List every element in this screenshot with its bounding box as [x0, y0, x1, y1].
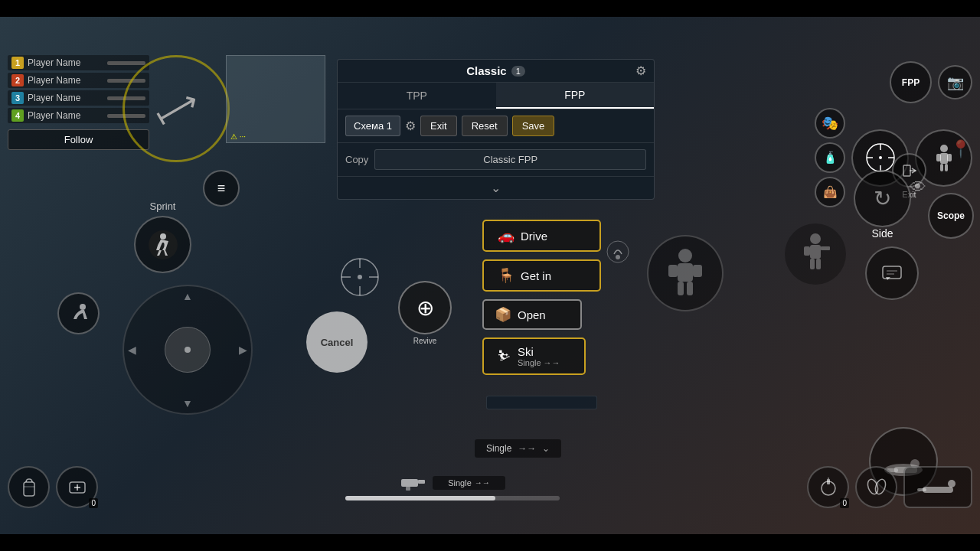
svg-point-5 [879, 156, 882, 159]
svg-point-37 [616, 255, 620, 259]
revive-icon: ⊕ [416, 295, 434, 321]
joystick-inner[interactable] [165, 327, 211, 373]
settings-gear-icon[interactable]: ⚙ [405, 119, 416, 133]
exit-button[interactable]: Exit [420, 116, 457, 136]
copy-row: Copy Classic FPP [338, 143, 654, 177]
svg-point-57 [948, 480, 956, 487]
hand-svg [605, 239, 632, 266]
copy-label: Copy [345, 154, 368, 165]
bottom-weapon-area: Single →→ [104, 473, 801, 500]
svg-rect-20 [821, 246, 830, 250]
fire-mode-display[interactable]: Single →→ [433, 476, 505, 490]
backpack-icon [18, 476, 40, 497]
panel-gear-icon[interactable]: ⚙ [635, 64, 646, 78]
side-label-area: ↻ Side [854, 170, 911, 240]
arrow-right-icon: ▶ [239, 344, 247, 356]
chat-area [865, 246, 919, 300]
ski-sub-label: Single →→ [518, 358, 560, 367]
fpp-button[interactable]: FPP [890, 61, 932, 103]
svg-rect-59 [917, 488, 926, 491]
minimap-warning: ⚠ ··· [230, 132, 246, 141]
game-area: 1 Player Name 2 Player Name 3 Player Nam… [0, 17, 980, 534]
menu-list-button[interactable]: ≡ [203, 170, 240, 207]
save-button[interactable]: Save [512, 116, 555, 136]
svg-rect-43 [687, 282, 693, 295]
svg-point-35 [358, 275, 362, 279]
grenade-count: 0 [840, 498, 849, 508]
open-label: Open [518, 308, 546, 321]
backpack-button[interactable] [8, 466, 50, 508]
black-bar-top [0, 0, 980, 17]
weapon-row: Single →→ [400, 473, 505, 492]
spray-icon-button[interactable]: 🧴 [815, 142, 845, 173]
single-mode-chevron[interactable]: ⌄ [542, 443, 550, 454]
panel-actions: Схема 1 ⚙ Exit Reset Save [338, 109, 654, 143]
scope-button[interactable]: Scope [928, 193, 974, 239]
open-icon: 📦 [495, 306, 511, 323]
svg-rect-58 [923, 487, 953, 493]
ski-label: Ski [518, 345, 534, 358]
svg-point-6 [940, 145, 948, 152]
drive-icon: 🚗 [498, 227, 514, 244]
side-rotate-button[interactable]: ↻ [854, 170, 911, 227]
copy-value[interactable]: Classic FPP [374, 149, 646, 170]
svg-rect-18 [810, 245, 821, 259]
revive-button[interactable]: ⊕ [398, 281, 452, 334]
medkit-button[interactable]: 0 [56, 466, 98, 508]
prone-button[interactable] [903, 466, 972, 508]
eye-icon: 👁 [910, 178, 926, 197]
cancel-button-area: Cancel [306, 311, 368, 373]
cancel-label: Cancel [321, 337, 354, 348]
chat-button[interactable] [865, 246, 919, 300]
grenade-button[interactable]: 0 [807, 466, 849, 508]
player-name-4: Player Name [28, 110, 107, 121]
joystick-dot [185, 347, 191, 353]
bag-icon-button[interactable]: 👜 [815, 177, 845, 207]
cancel-button[interactable]: Cancel [306, 311, 368, 373]
chevron-down-icon[interactable]: ⌄ [338, 177, 654, 199]
grenade-icon [818, 476, 839, 497]
get-in-icon: 🪑 [498, 267, 514, 284]
svg-rect-39 [678, 263, 693, 282]
player-center-svg [662, 246, 708, 300]
player-name-3: Player Name [28, 93, 107, 103]
prone-icon [915, 476, 961, 497]
joystick-outer[interactable]: ▲ ▼ ◀ ▶ [122, 285, 253, 415]
ski-button[interactable]: ⛷ Ski Single →→ [482, 337, 586, 375]
svg-point-55 [865, 478, 879, 496]
hat-icon-button[interactable]: 🎭 [815, 108, 845, 139]
sprint-button[interactable] [134, 216, 191, 273]
hand-gesture-icon [605, 239, 632, 271]
sprint-label: Sprint [134, 201, 191, 212]
joystick-area[interactable]: ▲ ▼ ◀ ▶ [122, 285, 253, 415]
ammo-button[interactable] [855, 466, 897, 508]
tpp-fpp-tabs: TPP FPP [338, 83, 654, 109]
sprint-icon [147, 229, 179, 261]
player-num-3: 3 [11, 92, 24, 104]
crouch-button[interactable] [57, 292, 100, 334]
svg-rect-10 [940, 164, 943, 171]
get-in-button[interactable]: 🪑 Get in [482, 259, 601, 292]
tab-tpp[interactable]: TPP [338, 83, 496, 109]
bullet-circle: ⟼ [122, 55, 230, 162]
camera-button[interactable]: 📷 [938, 65, 972, 99]
svg-rect-21 [810, 259, 815, 269]
schema-button[interactable]: Схема 1 [345, 116, 400, 136]
menu-list-area: ≡ [203, 170, 240, 207]
bullet-icon: ⟼ [149, 83, 204, 135]
gun-icon [400, 473, 426, 492]
single-mode-row: Single →→ ⌄ [475, 439, 561, 458]
svg-rect-7 [940, 153, 948, 164]
fire-mode-arrow: →→ [475, 478, 490, 487]
bottom-bar: 0 Single →→ [0, 456, 980, 517]
crosshair-mid-button[interactable] [337, 254, 383, 300]
drive-button[interactable]: 🚗 Drive [482, 220, 601, 252]
svg-point-38 [678, 249, 692, 262]
ammo-fill [345, 496, 495, 500]
minimap: ⚠ ··· [226, 55, 325, 143]
open-button[interactable]: 📦 Open [482, 299, 582, 330]
reset-button[interactable]: Reset [462, 116, 508, 136]
revive-label: Revive [398, 337, 452, 345]
svg-point-29 [80, 304, 86, 310]
tab-fpp[interactable]: FPP [496, 83, 655, 109]
